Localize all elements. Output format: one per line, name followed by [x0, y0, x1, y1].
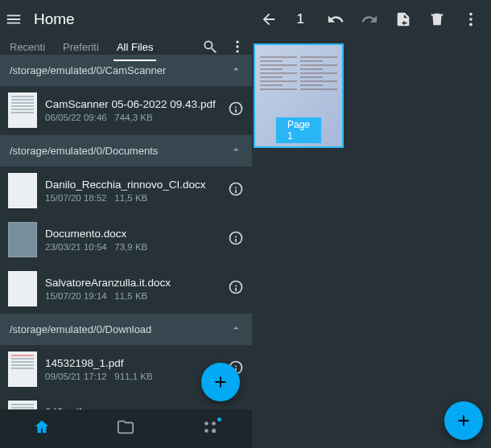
svg-point-8 [204, 429, 208, 433]
file-thumbnail [8, 222, 37, 257]
svg-point-0 [469, 13, 472, 16]
svg-point-1 [469, 18, 472, 21]
section-header-documents[interactable]: /storage/emulated/0/Documents [0, 135, 252, 166]
more-icon[interactable] [462, 10, 480, 28]
svg-point-5 [236, 50, 238, 52]
redo-icon[interactable] [361, 10, 378, 28]
chevron-up-icon [229, 63, 242, 78]
file-sub: 15/07/20 18:5211,5 KB [45, 193, 220, 203]
trash-icon[interactable] [428, 10, 446, 28]
file-thumbnail [8, 92, 37, 128]
fab-add-left[interactable] [201, 363, 240, 401]
tabs-row: Recenti Preferiti All Files [0, 39, 252, 55]
page-label: Page 1 [276, 117, 321, 143]
chevron-up-icon [229, 322, 242, 337]
svg-point-3 [236, 41, 238, 43]
page-indicator: 1 [297, 11, 304, 27]
file-name: Documento.docx [45, 228, 220, 240]
svg-point-2 [469, 23, 472, 27]
file-row[interactable]: Danilo_Recchia_rinnovo_CI.docx 15/07/20 … [0, 166, 252, 216]
section-path: /storage/emulated/0/CamScanner [10, 64, 166, 76]
svg-point-6 [204, 421, 208, 425]
svg-point-4 [236, 45, 238, 47]
bottom-nav [0, 409, 252, 448]
search-icon[interactable] [202, 39, 218, 55]
page-thumbnail[interactable]: Page 1 [254, 43, 344, 148]
preview-pane: Page 1 [252, 39, 491, 409]
file-sub: 09/05/21 17:12911,1 KB [45, 372, 220, 381]
new-file-icon[interactable] [394, 10, 412, 28]
nav-apps-icon[interactable] [201, 418, 219, 439]
fab-add-right[interactable] [444, 401, 483, 440]
svg-rect-9 [212, 429, 216, 433]
file-thumbnail [8, 271, 37, 306]
back-arrow-icon[interactable] [260, 10, 278, 28]
svg-point-7 [212, 421, 216, 425]
undo-icon[interactable] [327, 10, 345, 28]
file-thumbnail [8, 351, 37, 387]
tab-all-files[interactable]: All Files [113, 41, 157, 53]
file-sub: 15/07/20 19:1411,5 KB [45, 291, 220, 301]
chevron-up-icon [229, 143, 242, 158]
file-name: SalvatoreAranzulla.it.docx [45, 277, 220, 289]
info-icon[interactable] [228, 279, 244, 298]
info-icon[interactable] [228, 101, 244, 120]
file-row[interactable]: CamScanner 05-06-2022 09.43.pdf 06/05/22… [0, 86, 252, 135]
top-bar: Home 1 [0, 0, 491, 39]
file-sub: 23/03/21 10:5473,9 KB [45, 242, 220, 252]
page-title: Home [34, 10, 75, 28]
file-row[interactable]: Documento.docx 23/03/21 10:5473,9 KB [0, 216, 252, 265]
tab-recent[interactable]: Recenti [6, 41, 48, 53]
nav-folder-icon[interactable] [117, 418, 134, 439]
menu-icon[interactable] [5, 10, 23, 28]
section-path: /storage/emulated/0/Download [10, 323, 151, 335]
tabs-more-icon[interactable] [229, 39, 246, 55]
section-header-download[interactable]: /storage/emulated/0/Download [0, 314, 252, 345]
tab-favorites[interactable]: Preferiti [60, 41, 102, 53]
file-name: 14532198_1.pdf [45, 357, 220, 369]
file-name: Danilo_Recchia_rinnovo_CI.docx [45, 179, 220, 191]
file-thumbnail [8, 173, 37, 208]
file-name: CamScanner 05-06-2022 09.43.pdf [45, 98, 220, 110]
info-icon[interactable] [228, 181, 244, 200]
info-icon[interactable] [228, 230, 244, 249]
section-path: /storage/emulated/0/Documents [10, 145, 158, 157]
file-sub: 06/05/22 09:46744,3 KB [45, 113, 220, 122]
file-browser-pane: Recenti Preferiti All Files /storage/emu… [0, 39, 252, 409]
file-row[interactable]: SalvatoreAranzulla.it.docx 15/07/20 19:1… [0, 265, 252, 314]
nav-home-icon[interactable] [33, 418, 51, 439]
